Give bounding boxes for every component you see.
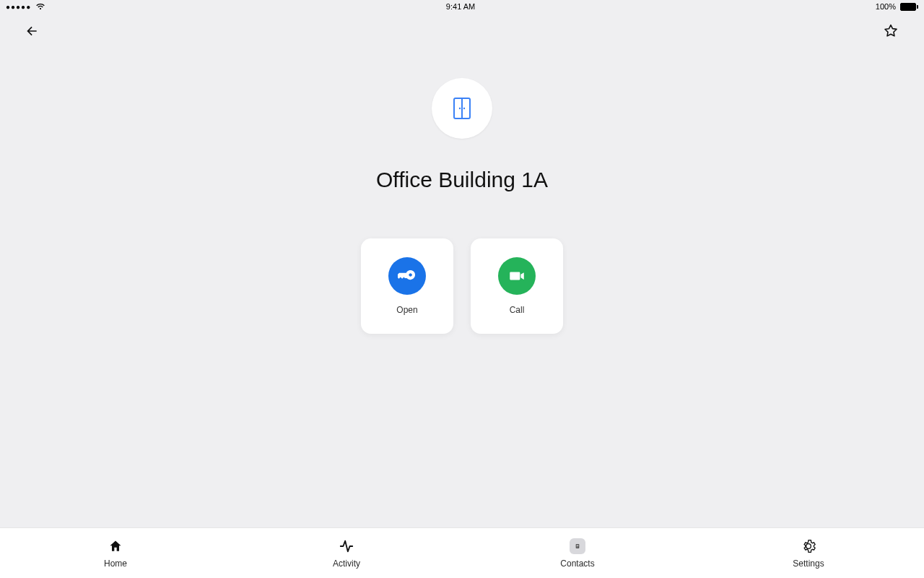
svg-rect-5 xyxy=(577,545,579,545)
contacts-icon xyxy=(570,538,585,554)
settings-icon xyxy=(801,538,816,554)
svg-rect-7 xyxy=(577,546,578,547)
home-icon xyxy=(108,538,123,554)
tab-home[interactable]: Home xyxy=(0,528,231,578)
action-cards: Open Call xyxy=(361,238,563,334)
battery-percentage: 100% xyxy=(876,2,896,11)
top-nav xyxy=(0,13,924,49)
battery-icon xyxy=(900,3,918,11)
entity-title: Office Building 1A xyxy=(376,168,548,192)
main-content: Office Building 1A Open Call xyxy=(0,49,924,527)
tab-activity-label: Activity xyxy=(333,558,360,569)
tab-bar: Home Activity Contacts Settings xyxy=(0,527,924,578)
status-right: 100% xyxy=(876,2,918,11)
svg-point-3 xyxy=(463,108,465,109)
status-time: 9:41 AM xyxy=(446,2,475,11)
door-icon xyxy=(448,94,476,123)
status-left: ●●●●● xyxy=(6,3,45,11)
svg-point-2 xyxy=(459,108,461,109)
tab-settings-label: Settings xyxy=(793,558,824,569)
entity-avatar xyxy=(432,78,492,139)
call-circle xyxy=(498,257,536,295)
call-label: Call xyxy=(510,305,525,315)
open-circle xyxy=(388,257,426,295)
signal-indicator: ●●●●● xyxy=(6,3,31,11)
tab-contacts-label: Contacts xyxy=(560,558,594,569)
favorite-button[interactable] xyxy=(879,20,902,43)
tab-activity[interactable]: Activity xyxy=(231,528,462,578)
activity-icon xyxy=(339,538,354,554)
svg-rect-6 xyxy=(577,545,579,546)
star-outline-icon xyxy=(882,22,899,40)
back-arrow-icon xyxy=(25,24,39,38)
open-button[interactable]: Open xyxy=(361,238,453,334)
tab-settings[interactable]: Settings xyxy=(693,528,924,578)
key-icon xyxy=(398,267,417,285)
back-button[interactable] xyxy=(22,21,42,41)
video-icon xyxy=(507,267,526,285)
tab-contacts[interactable]: Contacts xyxy=(462,528,693,578)
call-button[interactable]: Call xyxy=(471,238,563,334)
status-bar: ●●●●● 9:41 AM 100% xyxy=(0,0,924,13)
open-label: Open xyxy=(396,305,417,315)
wifi-icon xyxy=(35,3,45,10)
tab-home-label: Home xyxy=(104,558,127,569)
